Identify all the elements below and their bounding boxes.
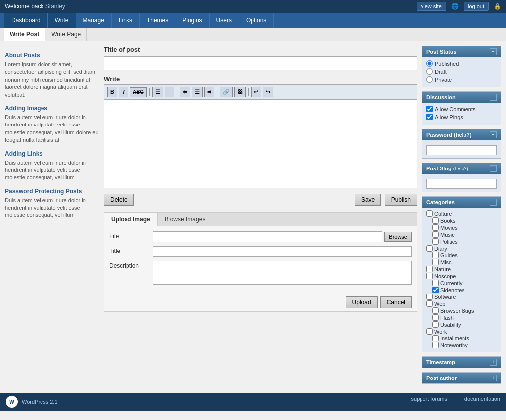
align-right-button[interactable]: ➡: [204, 87, 214, 97]
upload-button[interactable]: Upload: [346, 296, 378, 308]
published-label: Published: [435, 61, 459, 67]
description-textarea[interactable]: [153, 261, 412, 285]
cat-culture: Culture: [426, 210, 497, 217]
cat-sidenotes-checkbox[interactable]: [432, 287, 439, 293]
unordered-list-button[interactable]: ☰: [152, 87, 163, 97]
align-center-button[interactable]: ☰: [192, 87, 203, 97]
save-button[interactable]: Save: [355, 194, 381, 206]
publish-button[interactable]: Publish: [385, 194, 417, 206]
cat-noscope: Noscope: [426, 273, 497, 279]
published-radio[interactable]: [426, 60, 433, 67]
tab-write-post[interactable]: Write Post: [4, 28, 45, 41]
nav-item-write[interactable]: Write: [48, 13, 76, 28]
documentation-link[interactable]: documentation: [464, 396, 500, 408]
cat-politics-checkbox[interactable]: [432, 238, 439, 245]
timestamp-expand[interactable]: +: [490, 359, 497, 366]
post-status-collapse[interactable]: −: [490, 48, 497, 55]
cat-flash: Flash: [426, 314, 497, 321]
cat-software-checkbox[interactable]: [426, 294, 433, 300]
action-row: Delete Save Publish: [104, 194, 417, 206]
nav-item-themes[interactable]: Themes: [140, 13, 175, 28]
cat-books-checkbox[interactable]: [432, 217, 439, 224]
write-label: Write: [104, 75, 417, 83]
cat-books-label: Books: [440, 218, 456, 224]
unlink-button[interactable]: ⛓: [234, 87, 246, 97]
cat-misc-checkbox[interactable]: [432, 259, 439, 265]
cat-noteworthy-label: Noteworthy: [440, 342, 468, 348]
redo-button[interactable]: ↪: [263, 87, 273, 97]
align-left-button[interactable]: ⬅: [180, 87, 190, 97]
file-label: File: [109, 231, 149, 240]
cat-nature-checkbox[interactable]: [426, 266, 433, 272]
password-posts-text: Duis autem vel eum iriure dolor in hendr…: [5, 197, 99, 219]
link-button[interactable]: 🔗: [220, 87, 233, 97]
username-link[interactable]: Stanley: [45, 3, 65, 10]
tab-write-page[interactable]: Write Page: [45, 28, 87, 41]
cat-noscope-checkbox[interactable]: [426, 273, 433, 279]
sidebar-password-posts: Password Protecting Posts Duis autem vel…: [5, 188, 99, 219]
password-input[interactable]: [426, 145, 497, 155]
cat-music-label: Music: [440, 232, 455, 238]
post-slug-input[interactable]: [426, 179, 497, 189]
allow-pings-checkbox[interactable]: [426, 114, 433, 120]
nav-item-links[interactable]: Links: [112, 13, 140, 28]
cat-flash-checkbox[interactable]: [432, 314, 439, 321]
cat-currently-checkbox[interactable]: [432, 280, 439, 286]
nav-item-options[interactable]: Options: [239, 13, 274, 28]
undo-button[interactable]: ↩: [251, 87, 261, 97]
post-slug-collapse[interactable]: −: [490, 165, 497, 172]
italic-button[interactable]: I: [119, 87, 128, 97]
cat-music-checkbox[interactable]: [432, 231, 439, 238]
allow-comments-checkbox[interactable]: [426, 106, 433, 112]
cat-nature-label: Nature: [434, 266, 451, 272]
nav-item-users[interactable]: Users: [210, 13, 239, 28]
nav-item-plugins[interactable]: Plugins: [175, 13, 209, 28]
status-published-row: Published: [426, 60, 497, 67]
password-content: [422, 140, 501, 158]
tab-browse-images[interactable]: Browse Images: [158, 213, 213, 226]
tab-upload-image[interactable]: Upload Image: [104, 213, 158, 226]
categories-collapse[interactable]: −: [490, 199, 497, 206]
cat-usability: Usability: [426, 321, 497, 328]
cat-browser-bugs-checkbox[interactable]: [432, 307, 439, 314]
abc-button[interactable]: ABC: [130, 87, 147, 97]
cat-culture-checkbox[interactable]: [426, 210, 433, 217]
delete-button[interactable]: Delete: [104, 194, 134, 206]
cat-guides-checkbox[interactable]: [432, 252, 439, 258]
nav-item-dashboard[interactable]: Dashboard: [4, 13, 48, 28]
cat-diary-checkbox[interactable]: [426, 245, 433, 252]
cat-politics: Politics: [426, 238, 497, 245]
draft-radio[interactable]: [426, 68, 433, 75]
cat-noteworthy-checkbox[interactable]: [432, 342, 439, 348]
nav-item-manage[interactable]: Manage: [76, 13, 112, 28]
logout-button[interactable]: log out: [464, 2, 489, 11]
file-path-input[interactable]: [153, 231, 382, 242]
file-row: File Browse: [109, 231, 412, 242]
post-content-editor[interactable]: [104, 99, 417, 188]
ordered-list-button[interactable]: ≡: [165, 87, 174, 97]
globe-icon: 🌐: [451, 3, 459, 10]
post-slug-header: Post Slug (help?) −: [422, 163, 501, 174]
discussion-collapse[interactable]: −: [490, 94, 497, 101]
cat-diary: Diary: [426, 245, 497, 252]
post-author-expand[interactable]: +: [490, 375, 497, 381]
upload-title-input[interactable]: [153, 246, 412, 257]
cat-web-checkbox[interactable]: [426, 300, 433, 307]
discussion-content: Allow Comments Allow Pings: [422, 103, 501, 125]
bold-button[interactable]: B: [107, 87, 117, 97]
wp-version: WordPress 2.1: [22, 399, 58, 405]
cancel-button[interactable]: Cancel: [380, 296, 412, 308]
cat-work-checkbox[interactable]: [426, 328, 433, 335]
cat-usability-checkbox[interactable]: [432, 321, 439, 328]
browse-button[interactable]: Browse: [384, 232, 412, 242]
private-radio[interactable]: [426, 76, 433, 83]
support-forums-link[interactable]: support forums: [411, 396, 447, 408]
view-site-button[interactable]: view site: [417, 2, 446, 11]
sidebar-adding-links: Adding Links Duis autem vel eum iriure d…: [5, 150, 99, 182]
password-collapse[interactable]: −: [490, 131, 497, 138]
cat-movies-checkbox[interactable]: [432, 224, 439, 231]
cat-usability-label: Usability: [440, 322, 461, 328]
post-title-input[interactable]: [104, 56, 417, 70]
allow-pings-row: Allow Pings: [426, 114, 497, 120]
cat-installments-checkbox[interactable]: [432, 335, 439, 341]
